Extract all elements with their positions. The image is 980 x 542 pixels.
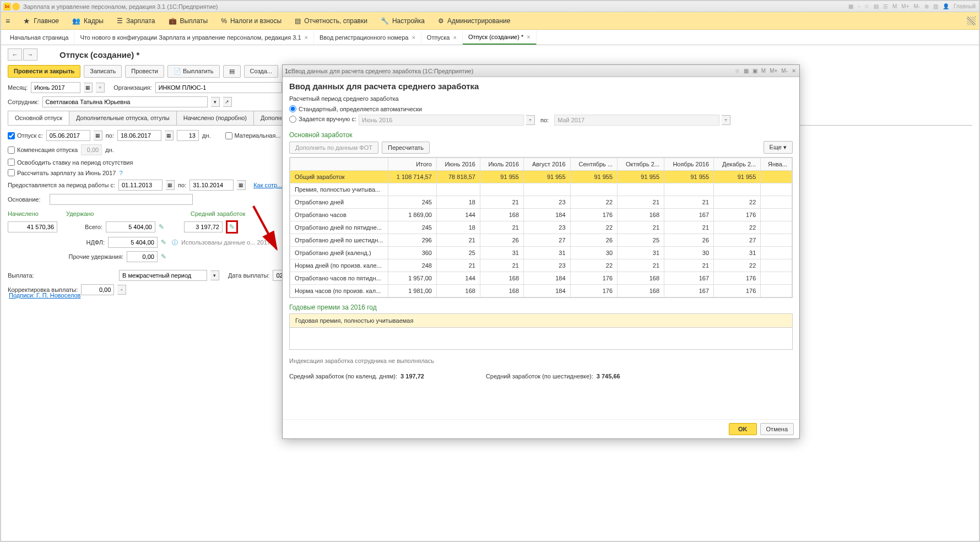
info-icon[interactable]: ⓘ [172,239,178,247]
tb-icon[interactable]: ☰ [882,3,889,9]
tb-mplus[interactable]: M+ [768,68,778,74]
days-input[interactable] [177,130,199,141]
calendar-icon[interactable]: ▦ [237,180,246,190]
table-row[interactable]: Отработано часов1 869,001441681841761681… [290,209,792,221]
tab-vacation-create[interactable]: Отпуск (создание) *× [463,30,537,45]
annual-row[interactable]: Годовая премия, полностью учитываемая [289,313,793,328]
menu-icon[interactable]: ≡ [6,17,10,25]
tb-icon[interactable]: ▫ [857,3,861,9]
post-and-close-button[interactable]: Провести и закрыть [8,65,80,78]
tb-icon[interactable]: ☆ [863,3,870,9]
dropdown-icon[interactable]: ▾ [211,97,220,107]
calendar-icon[interactable]: ▦ [84,83,93,93]
tab-regnum[interactable]: Ввод регистрационного номера× [314,31,421,44]
tab-vacations[interactable]: Отпуска× [421,31,463,44]
cancel-button[interactable]: Отмена [760,423,794,435]
table-row[interactable]: Норма часов (по произв. кал...1 981,0016… [290,285,792,297]
month-input[interactable] [31,82,80,93]
stepper-icon[interactable]: ÷ [96,83,105,93]
how-link[interactable]: Как сотр... [253,182,282,188]
compensation-checkbox[interactable]: Компенсация отпуска [8,147,78,154]
date-from-input[interactable] [46,130,90,141]
calendar-icon[interactable]: ▦ [165,131,174,140]
table-row[interactable]: Общий заработок1 108 714,5778 818,5791 9… [290,171,792,183]
create-button[interactable]: Созда... [244,65,278,78]
user-name[interactable]: Главный [952,3,977,9]
post-button[interactable]: Провести [125,65,164,78]
ndfl-value[interactable] [108,237,158,248]
table-row[interactable]: Премия, полностью учитыва... [290,183,792,196]
tb-icon[interactable]: ☆ [734,68,741,74]
tb-m[interactable]: M [760,68,767,74]
radio-manual[interactable]: Задается вручную с: [289,116,356,123]
more-button[interactable]: Еще ▾ [764,141,793,154]
subtab-accrued[interactable]: Начислено (подробно) [176,111,254,125]
total-value[interactable] [106,221,155,232]
recalc-button[interactable]: Пересчитать [382,142,430,154]
other-value[interactable] [127,251,158,262]
grip-icon[interactable] [967,17,976,25]
tb-mminus[interactable]: M- [780,68,789,74]
table-row[interactable]: Отработано дней по шестидн...29621262726… [290,234,792,247]
ok-button[interactable]: OK [729,423,757,435]
nav-forward-button[interactable]: → [23,48,37,61]
recalc-checkbox[interactable]: Рассчитать зарплату за Июнь 2017 [8,169,116,176]
edit-icon[interactable]: ✎ [161,239,166,246]
menu-main[interactable]: ★Главное [23,17,59,25]
calendar-icon[interactable]: ▦ [166,180,175,190]
user-icon[interactable]: 👤 [941,3,950,9]
tab-home[interactable]: Начальная страница [4,31,74,44]
close-icon[interactable]: × [412,34,415,41]
menu-reports[interactable]: ▤Отчетность, справки [295,17,367,25]
tb-icon[interactable]: ▣ [751,68,759,74]
date-to-input[interactable] [117,130,161,141]
menu-payments[interactable]: 💼Выплаты [169,17,208,25]
payout-button[interactable]: 📄 Выплатить [167,65,220,78]
basis-input[interactable] [50,194,193,205]
nav-back-button[interactable]: ← [8,48,22,61]
tb-icon[interactable]: ▦ [847,3,854,9]
table-row[interactable]: Отработано дней (календ.)360253131303130… [290,247,792,259]
menu-personnel[interactable]: 👥Кадры [72,17,104,25]
close-icon[interactable]: ✕ [791,68,797,74]
release-checkbox[interactable]: Освободить ставку на период отсутствия [8,159,133,166]
fill-fot-button[interactable]: Дополнить по данным ФОТ [289,142,378,154]
write-button[interactable]: Записать [84,65,122,78]
subtab-extra[interactable]: Дополнительные отпуска, отгулы [69,111,177,125]
tb-icon[interactable]: ⊕ [923,3,930,9]
close-icon[interactable]: × [527,34,530,40]
calendar-icon[interactable]: ▦ [94,131,102,140]
signatures-link[interactable]: Подписи: Г. П. Новоселов [9,292,80,299]
help-icon[interactable]: ? [119,170,122,176]
org-input[interactable] [155,82,282,93]
tb-mminus[interactable]: M- [912,3,921,9]
table-row[interactable]: Норма дней (по произв. кале...2482121232… [290,259,792,272]
menu-admin[interactable]: ⚙Администрирование [438,17,510,25]
table-row[interactable]: Отработано дней по пятидне...24518212322… [290,221,792,234]
tab-whatsnew[interactable]: Что нового в конфигурации Зарплата и упр… [74,31,314,44]
tb-icon[interactable]: ▤ [873,3,880,9]
menu-settings[interactable]: 🔧Настройка [381,17,425,25]
corr-value[interactable] [81,284,114,295]
tb-m[interactable]: M [891,3,898,9]
dropdown-icon[interactable]: ▾ [210,270,219,280]
tb-mplus[interactable]: M+ [900,3,910,9]
table-row[interactable]: Отработано дней24518212322212122 [290,196,792,209]
table-row[interactable]: Отработано часов по пятидн...1 957,00144… [290,272,792,285]
edit-icon[interactable]: ✎ [161,253,166,261]
payout-select[interactable] [119,270,207,281]
radio-standard[interactable]: Стандартный, определяется автоматически [289,105,793,112]
close-icon[interactable]: × [453,34,456,41]
close-icon[interactable]: × [305,34,308,41]
menu-payroll[interactable]: ☰Зарплата [117,17,155,25]
icon[interactable]: ▫ [117,285,126,295]
avg-value[interactable] [184,221,223,232]
app-dropdown-icon[interactable] [12,3,20,10]
accrued-value[interactable] [8,221,57,232]
period-to-input[interactable] [189,180,234,191]
edit-icon[interactable]: ✎ [159,223,164,231]
vacation-checkbox[interactable]: Отпуск с: [8,132,43,139]
period-from-input[interactable] [118,180,163,191]
tb-icon[interactable]: ▥ [932,3,939,9]
open-icon[interactable]: ↗ [223,97,232,107]
